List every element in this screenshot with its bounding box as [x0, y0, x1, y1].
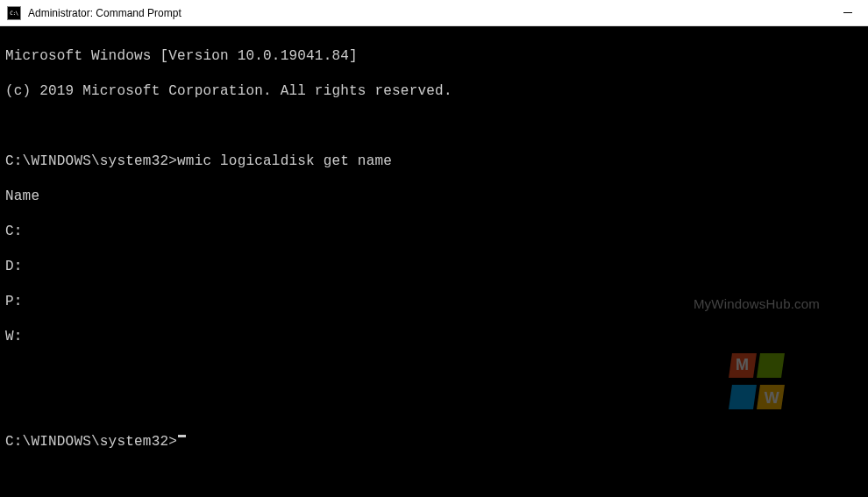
terminal-output-header: Name [5, 188, 863, 205]
cursor-icon [178, 435, 186, 437]
terminal-header-line: Microsoft Windows [Version 10.0.19041.84… [5, 47, 863, 65]
terminal-output-area[interactable]: Microsoft Windows [Version 10.0.19041.84… [0, 26, 868, 497]
terminal-blank-line [5, 398, 863, 415]
window-title: Administrator: Command Prompt [28, 7, 828, 19]
terminal-blank-line [5, 117, 863, 135]
terminal-prompt: C:\WINDOWS\system32> [5, 153, 177, 170]
terminal-command-line: C:\WINDOWS\system32>wmic logicaldisk get… [5, 153, 863, 170]
terminal-output-row: C: [5, 223, 863, 240]
cmd-icon [7, 6, 21, 20]
terminal-copyright-line: (c) 2019 Microsoft Corporation. All righ… [5, 82, 863, 100]
watermark: MyWindowsHub.com M W [694, 261, 820, 444]
terminal-command: wmic logicaldisk get name [177, 153, 392, 170]
terminal-output-row: P: [5, 293, 863, 310]
minimize-button[interactable] [828, 0, 868, 25]
terminal-output-row: W: [5, 328, 863, 345]
terminal-prompt: C:\WINDOWS\system32> [5, 433, 177, 451]
terminal-output-row: D: [5, 258, 863, 275]
terminal-blank-line [5, 363, 863, 380]
terminal-active-prompt[interactable]: C:\WINDOWS\system32> [5, 433, 863, 451]
window-titlebar[interactable]: Administrator: Command Prompt [0, 0, 868, 26]
window-controls [828, 0, 868, 25]
